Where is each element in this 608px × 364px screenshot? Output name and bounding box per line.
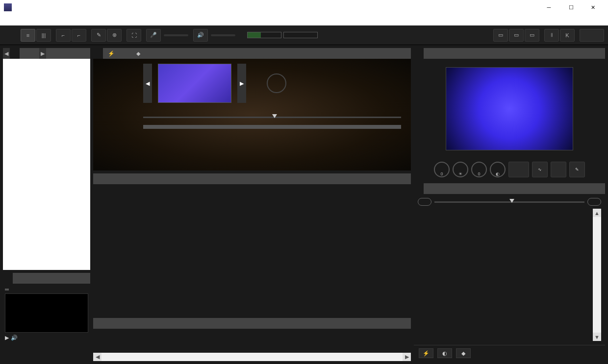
- layers-footer: ⚡ ◐ ◆: [414, 345, 605, 361]
- auto-button[interactable]: [551, 162, 566, 177]
- tab-files[interactable]: [10, 48, 20, 59]
- browser-panel: ◀ ▶: [3, 48, 90, 270]
- master-dial-3[interactable]: 0: [471, 162, 487, 177]
- lower-bank-panel: ◀▶: [93, 318, 411, 361]
- menu-file[interactable]: [4, 19, 8, 21]
- preview-volume-icon[interactable]: 🔊: [11, 335, 18, 341]
- menu-help[interactable]: [43, 19, 47, 21]
- tool-1-button[interactable]: ⌐: [56, 29, 71, 42]
- tab-layers[interactable]: [414, 183, 424, 194]
- layout-b-button[interactable]: |||: [36, 29, 51, 42]
- tab-master-preview[interactable]: [414, 48, 424, 59]
- close-button[interactable]: ✕: [582, 0, 604, 14]
- master-brightness-dial[interactable]: ☀: [453, 162, 468, 177]
- output-1-button[interactable]: ▭: [493, 29, 508, 42]
- master-dial-1[interactable]: 0: [434, 162, 450, 177]
- visual-prev-button[interactable]: ◀: [143, 64, 152, 103]
- menu-view[interactable]: [24, 19, 27, 21]
- main-toolbar: ≡ ||| ⌐ ⌐ ✎ ⊗ ⛶ 🎤 🔊: [0, 25, 608, 45]
- tabs-scroll-left[interactable]: ◀: [3, 48, 10, 59]
- title-bar: ─ ☐ ✕: [0, 0, 608, 15]
- menu-edit[interactable]: [14, 19, 18, 21]
- preview-display: [5, 293, 88, 333]
- brush-button[interactable]: ✎: [91, 29, 106, 42]
- app-icon: [4, 3, 12, 11]
- bpm-display[interactable]: [508, 162, 529, 177]
- menu-bar: [0, 15, 608, 25]
- xfader-b[interactable]: [587, 198, 601, 206]
- tab-position-size[interactable]: ◆: [131, 48, 147, 59]
- sync-button[interactable]: ∿: [532, 162, 548, 177]
- maximize-button[interactable]: ☐: [560, 0, 582, 14]
- preview-panel: ▶ 🔊: [3, 273, 90, 361]
- tabs-scroll-right[interactable]: ▶: [39, 48, 46, 59]
- layers-scrollbar[interactable]: ▲▼: [593, 209, 601, 341]
- tab-mixing[interactable]: [122, 48, 131, 59]
- master-edit-button[interactable]: ✎: [569, 162, 585, 177]
- layers-panel: ▲▼ ⚡ ◐ ◆: [414, 183, 605, 361]
- volume-button[interactable]: 🔊: [193, 29, 208, 42]
- layout-a-button[interactable]: ≡: [21, 29, 35, 42]
- tab-transitions[interactable]: [29, 48, 39, 59]
- file-list[interactable]: [3, 59, 90, 270]
- tab-preview[interactable]: [3, 273, 13, 284]
- crossfader[interactable]: [418, 198, 601, 206]
- master-preview-display: [446, 67, 573, 150]
- clear-button[interactable]: ⊗: [107, 29, 122, 42]
- clip-bank-panel: [93, 173, 411, 315]
- volume-slider[interactable]: [211, 34, 235, 36]
- speed-slider[interactable]: [143, 117, 401, 118]
- visual-next-button[interactable]: ▶: [237, 64, 246, 103]
- autoplay-toggle[interactable]: [5, 289, 9, 291]
- kling-button[interactable]: K: [560, 29, 575, 42]
- audio-gain-dial[interactable]: [267, 73, 286, 93]
- minimize-button[interactable]: ─: [538, 0, 560, 14]
- footer-toggle-button[interactable]: ◐: [437, 348, 452, 358]
- footer-fx-button[interactable]: ⚡: [419, 348, 433, 358]
- tab-visual[interactable]: [93, 48, 103, 59]
- levels-button[interactable]: ⫴: [544, 29, 559, 42]
- link-button[interactable]: [580, 29, 604, 42]
- menu-options[interactable]: [33, 19, 37, 21]
- output-2-button[interactable]: ▭: [509, 29, 524, 42]
- tab-preview-help[interactable]: [13, 273, 23, 284]
- visual-panel: ⚡ ◆ ◀ ▶: [93, 48, 411, 170]
- tool-2-button[interactable]: ⌐: [72, 29, 86, 42]
- mic-button[interactable]: 🎤: [146, 29, 161, 42]
- visual-preview: [158, 64, 231, 103]
- fullscreen-button[interactable]: ⛶: [127, 29, 141, 42]
- preview-play-icon[interactable]: ▶: [5, 335, 9, 341]
- cpu-meter: [283, 32, 318, 38]
- footer-position-button[interactable]: ◆: [456, 348, 471, 358]
- mic-level-slider[interactable]: [164, 34, 188, 36]
- tab-effects[interactable]: [20, 48, 29, 59]
- output-3-button[interactable]: ▭: [525, 29, 539, 42]
- gpu-meter: [247, 32, 281, 38]
- tab-effect[interactable]: ⚡: [103, 48, 122, 59]
- master-panel: 0 ☀ 0 ◐ ∿ ✎: [414, 48, 605, 180]
- segment-slider[interactable]: [143, 125, 401, 129]
- xfader-a[interactable]: [418, 198, 431, 206]
- lower-bank-scrollbar[interactable]: ◀▶: [93, 353, 411, 361]
- master-contrast-dial[interactable]: ◐: [490, 162, 506, 177]
